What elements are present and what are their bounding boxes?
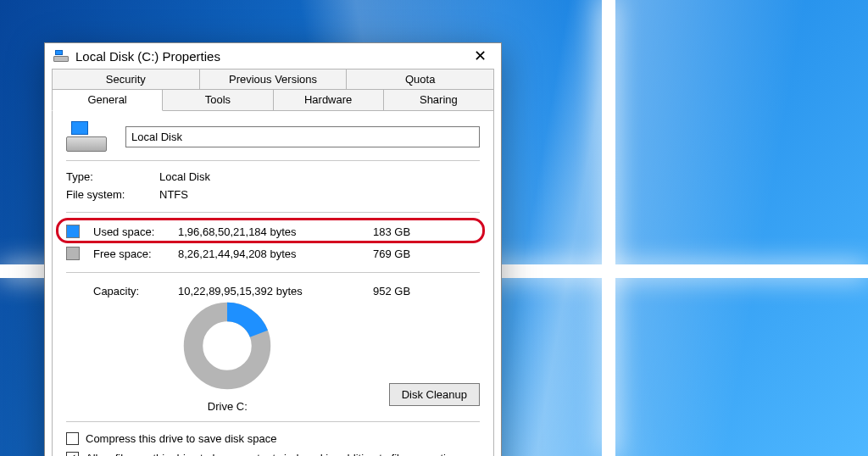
- free-gb: 769 GB: [373, 247, 432, 260]
- compress-checkbox[interactable]: [66, 432, 79, 445]
- used-label: Used space:: [93, 225, 178, 238]
- type-label: Type:: [66, 170, 159, 183]
- free-label: Free space:: [93, 247, 178, 260]
- capacity-label: Capacity:: [93, 285, 178, 298]
- tab-general[interactable]: General: [52, 89, 163, 111]
- index-checkbox[interactable]: ✓: [66, 452, 79, 456]
- free-color-icon: [66, 247, 80, 260]
- titlebar[interactable]: Local Disk (C:) Properties ✕: [45, 43, 501, 69]
- properties-dialog: Local Disk (C:) Properties ✕ Security Pr…: [44, 42, 502, 456]
- used-color-icon: [66, 225, 80, 238]
- free-bytes: 8,26,21,44,94,208 bytes: [178, 247, 373, 260]
- used-space-row: Used space: 1,96,68,50,21,184 bytes 183 …: [66, 221, 480, 242]
- separator: [66, 212, 480, 213]
- drive-icon: [53, 50, 69, 62]
- fs-value: NTFS: [159, 188, 480, 201]
- close-icon[interactable]: ✕: [467, 48, 492, 64]
- tab-tools[interactable]: Tools: [162, 89, 273, 111]
- tab-quota[interactable]: Quota: [346, 69, 494, 90]
- capacity-gb: 952 GB: [373, 285, 410, 298]
- capacity-row: Capacity: 10,22,89,95,15,392 bytes 952 G…: [66, 280, 480, 299]
- compress-label: Compress this drive to save disk space: [86, 432, 276, 445]
- tab-hardware[interactable]: Hardware: [273, 89, 384, 111]
- separator: [66, 160, 480, 161]
- tabs: Security Previous Versions Quota General…: [45, 69, 501, 111]
- tab-previous-versions[interactable]: Previous Versions: [199, 69, 348, 90]
- wallpaper-bar-v: [602, 0, 615, 456]
- drive-name-input[interactable]: [125, 126, 480, 147]
- tab-body-general: Type: Local Disk File system: NTFS Used …: [52, 111, 494, 456]
- separator: [66, 272, 480, 273]
- capacity-bytes: 10,22,89,95,15,392 bytes: [178, 285, 373, 298]
- disk-cleanup-button[interactable]: Disk Cleanup: [389, 383, 480, 406]
- window-title: Local Disk (C:) Properties: [75, 49, 460, 64]
- tab-security[interactable]: Security: [52, 69, 200, 90]
- separator: [66, 421, 480, 422]
- tab-sharing[interactable]: Sharing: [383, 89, 494, 111]
- used-gb: 183 GB: [373, 225, 432, 238]
- type-value: Local Disk: [159, 170, 480, 183]
- drive-icon-large: [66, 121, 107, 152]
- free-space-row: Free space: 8,26,21,44,94,208 bytes 769 …: [66, 243, 480, 264]
- donut-label: Drive C:: [66, 400, 389, 413]
- used-bytes: 1,96,68,50,21,184 bytes: [178, 225, 373, 238]
- usage-donut-icon: [181, 299, 274, 392]
- index-label: Allow files on this drive to have conten…: [86, 452, 458, 456]
- fs-label: File system:: [66, 188, 159, 201]
